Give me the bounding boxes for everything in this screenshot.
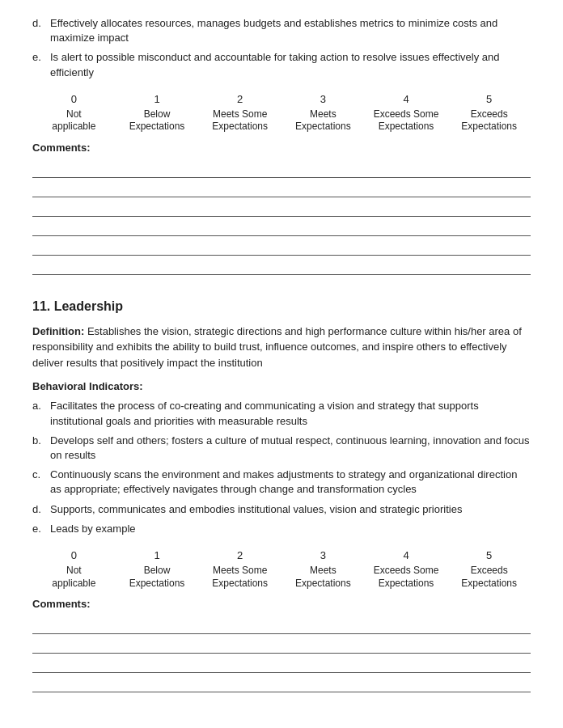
section10-comment-line-0 [32,160,531,178]
section10-rating-col-1: 1BelowExpectations [116,93,199,133]
section11-rating-number-4: 4 [403,549,408,561]
section10-rating-col-4: 4Exceeds SomeExpectations [365,93,448,133]
section11-list-text-4: Leads by example [50,522,531,536]
section10-rating-number-3: 3 [320,93,326,105]
section10-rating-col-5: 5ExceedsExpectations [447,93,531,133]
section10-rating-label-1: BelowExpectations [129,108,185,133]
section11-rating-col-0: 0Notapplicable [32,549,116,590]
section11-rating-label-5: ExceedsExpectations [461,565,517,590]
section11-list-text-2: Continuously scans the environment and m… [50,468,531,497]
section11-indicators-label: Behavioral Indicators: [32,380,531,392]
section11-rating-label-2: Meets SomeExpectations [212,565,268,590]
section11-rating-number-0: 0 [71,549,77,561]
section10-rating-number-1: 1 [154,93,159,105]
section10-list-item-1: e.Is alert to possible misconduct and ac… [32,50,531,79]
section11-list-label-1: b. [32,434,50,463]
section11-rating-number-5: 5 [486,549,492,561]
section11-list-item-3: d.Supports, communicates and embodies in… [32,502,531,517]
section11-rating-col-4: 4Exceeds SomeExpectations [365,549,448,590]
section10-rating-number-5: 5 [486,93,492,105]
section10-comment-line-1 [32,180,531,197]
section11-rating-number-1: 1 [154,549,159,561]
section11-rating-number-3: 3 [320,549,326,561]
section10-rating-number-4: 4 [403,93,408,105]
section11: 11. Leadership Definition: Establishes t… [32,299,531,692]
section10-rating-number-0: 0 [71,93,77,105]
section10-rating-label-4: Exceeds SomeExpectations [374,108,439,133]
section11-list: a.Facilitates the process of co-creating… [32,399,531,536]
section11-list-item-0: a.Facilitates the process of co-creating… [32,399,531,428]
section10-list-item-0: d.Effectively allocates resources, manag… [32,16,531,45]
section10-comments: Comments: [32,142,531,275]
section10-continuation: d.Effectively allocates resources, manag… [32,16,531,275]
section10-rating-col-2: 2Meets SomeExpectations [198,93,282,133]
section11-list-label-3: d. [32,502,50,517]
section10-comment-line-3 [32,218,531,236]
section11-definition: Definition: Establishes the vision, stra… [32,324,531,371]
section11-comment-line-0 [32,616,531,634]
section11-rating-col-3: 3MeetsExpectations [282,549,365,590]
section10-list-text-0: Effectively allocates resources, manages… [50,16,531,45]
section11-list-item-1: b.Develops self and others; fosters a cu… [32,434,531,463]
section11-list-item-4: e.Leads by example [32,522,531,536]
section10-comment-line-4 [32,238,531,256]
section11-rating-col-5: 5ExceedsExpectations [447,549,531,590]
section10-rating-col-3: 3MeetsExpectations [282,93,365,133]
section11-rating-label-1: BelowExpectations [129,565,185,590]
section10-rating-col-0: 0Notapplicable [32,93,116,133]
section11-comment-line-1 [32,636,531,654]
section10-list-label-0: d. [32,16,50,45]
section10-rating-label-0: Notapplicable [52,108,95,133]
section11-rating-col-1: 1BelowExpectations [116,549,199,590]
section10-comment-line-2 [32,199,531,217]
section10-rating-scale: 0Notapplicable1BelowExpectations2Meets S… [32,93,531,133]
section10-list: d.Effectively allocates resources, manag… [32,16,531,80]
section11-list-text-3: Supports, communicates and embodies inst… [50,502,531,517]
section11-rating-number-2: 2 [237,549,243,561]
section11-rating-col-2: 2Meets SomeExpectations [198,549,282,590]
section11-title: 11. Leadership [32,299,531,314]
section10-list-text-1: Is alert to possible misconduct and acco… [50,50,531,79]
section10-comment-line-5 [32,257,531,275]
section10-comments-label: Comments: [32,142,531,154]
section11-comment-line-3 [32,675,531,692]
section11-rating-label-0: Notapplicable [52,565,95,590]
section11-definition-text: Establishes the vision, strategic direct… [32,325,522,369]
section11-list-item-2: c.Continuously scans the environment and… [32,468,531,497]
section11-comments: Comments: [32,598,531,692]
section11-definition-label: Definition: [32,325,84,337]
section11-comments-label: Comments: [32,598,531,610]
section11-list-text-0: Facilitates the process of co-creating a… [50,399,531,428]
section11-list-text-1: Develops self and others; fosters a cult… [50,434,531,463]
section10-rating-number-2: 2 [237,93,243,105]
section11-list-label-2: c. [32,468,50,497]
section11-list-label-0: a. [32,399,50,428]
section11-rating-label-4: Exceeds SomeExpectations [374,565,439,590]
section10-rating-label-3: MeetsExpectations [295,108,351,133]
section11-comment-line-2 [32,655,531,673]
section10-rating-label-5: ExceedsExpectations [461,108,517,133]
section10-list-label-1: e. [32,50,50,79]
section11-rating-label-3: MeetsExpectations [295,565,351,590]
section10-rating-label-2: Meets SomeExpectations [212,108,268,133]
section11-rating-scale: 0Notapplicable1BelowExpectations2Meets S… [32,549,531,590]
section11-list-label-4: e. [32,522,50,536]
